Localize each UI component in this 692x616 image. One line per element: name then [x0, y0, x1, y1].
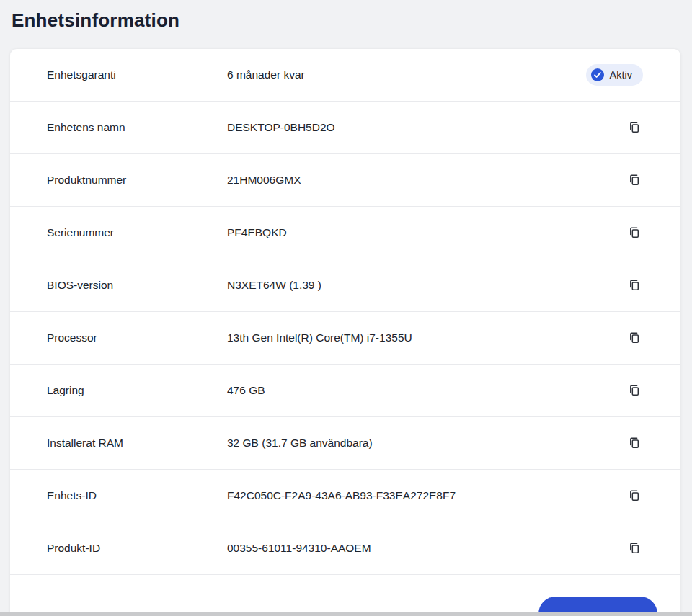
- row-label: Produktnummer: [10, 174, 227, 187]
- copy-button[interactable]: [626, 171, 643, 189]
- device-information-card: Enhetsgaranti 6 månader kvar Aktiv Enhet…: [10, 49, 680, 616]
- copy-button[interactable]: [626, 224, 643, 241]
- row-label: Enhets-ID: [10, 489, 227, 502]
- row-value: 6 månader kvar: [227, 68, 586, 81]
- copy-icon: [627, 331, 642, 345]
- device-information-page: Enhetsinformation Enhetsgaranti 6 månade…: [0, 0, 692, 616]
- copy-icon: [627, 173, 642, 187]
- row-label: Installerat RAM: [10, 437, 227, 450]
- row-value: 476 GB: [227, 384, 626, 397]
- status-badge-label: Aktiv: [610, 69, 632, 81]
- row-installed-ram: Installerat RAM 32 GB (31.7 GB användbar…: [10, 417, 680, 470]
- row-warranty: Enhetsgaranti 6 månader kvar Aktiv: [10, 49, 680, 102]
- copy-icon: [627, 383, 642, 398]
- copy-icon: [627, 488, 642, 503]
- row-value: N3XET64W (1.39 ): [227, 279, 626, 292]
- copy-icon: [627, 436, 642, 450]
- copy-button[interactable]: [626, 277, 643, 294]
- row-value: 00355-61011-94310-AAOEM: [227, 542, 626, 555]
- row-label: Serienummer: [10, 226, 227, 239]
- row-label: Enhetsgaranti: [10, 68, 227, 81]
- row-label: Processor: [10, 331, 227, 344]
- copy-button[interactable]: [626, 382, 643, 399]
- copy-button[interactable]: [626, 540, 643, 557]
- copy-button[interactable]: [626, 119, 643, 136]
- row-device-name: Enhetens namn DESKTOP-0BH5D2O: [10, 102, 680, 154]
- row-label: BIOS-version: [10, 279, 227, 292]
- row-serial-number: Serienummer PF4EBQKD: [10, 207, 680, 259]
- row-device-id: Enhets-ID F42C050C-F2A9-43A6-AB93-F33EA2…: [10, 470, 680, 522]
- row-label: Enhetens namn: [10, 121, 227, 134]
- row-product-id: Produkt-ID 00355-61011-94310-AAOEM: [10, 522, 680, 575]
- status-badge: Aktiv: [586, 64, 643, 86]
- copy-icon: [627, 278, 642, 293]
- check-icon: [591, 68, 604, 81]
- row-value: 32 GB (31.7 GB användbara): [227, 437, 626, 450]
- row-storage: Lagring 476 GB: [10, 365, 680, 417]
- page-title: Enhetsinformation: [0, 0, 692, 32]
- row-label: Lagring: [10, 384, 227, 397]
- copy-button[interactable]: [626, 487, 643, 504]
- row-value: 13th Gen Intel(R) Core(TM) i7-1355U: [227, 331, 626, 344]
- copy-button[interactable]: [626, 434, 643, 452]
- row-value: DESKTOP-0BH5D2O: [227, 121, 626, 134]
- row-label: Produkt-ID: [10, 542, 227, 555]
- row-processor: Processor 13th Gen Intel(R) Core(TM) i7-…: [10, 312, 680, 365]
- row-value: F42C050C-F2A9-43A6-AB93-F33EA272E8F7: [227, 489, 626, 502]
- window-bottom-edge: [0, 612, 692, 616]
- row-bios-version: BIOS-version N3XET64W (1.39 ): [10, 259, 680, 312]
- row-value: 21HM006GMX: [227, 174, 626, 187]
- copy-icon: [627, 226, 642, 240]
- copy-icon: [627, 120, 642, 135]
- copy-icon: [627, 541, 642, 555]
- row-value: PF4EBQKD: [227, 226, 626, 239]
- copy-button[interactable]: [626, 329, 643, 347]
- row-product-number: Produktnummer 21HM006GMX: [10, 154, 680, 207]
